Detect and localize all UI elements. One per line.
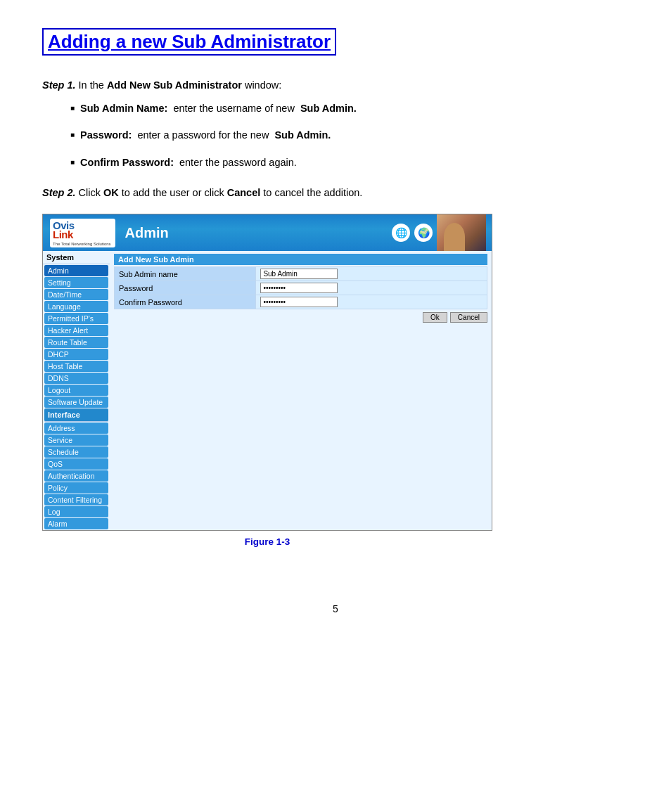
step-2: Step 2. Click OK to add the user or clic… [42, 184, 629, 202]
ok-button[interactable]: Ok [423, 312, 447, 323]
page-title: Adding a new Sub Administrator [42, 28, 336, 56]
logo-link: Link [53, 229, 111, 241]
sidebar-item-setting[interactable]: Setting [44, 277, 108, 288]
sidebar-item-datetime[interactable]: Date/Time [44, 289, 108, 300]
header-right: 🌐 🌍 [392, 214, 492, 251]
bullet-label-3: Confirm Password: [80, 154, 174, 172]
step1-bold: Add New Sub Administrator [107, 79, 242, 91]
sidebar-item-host-table[interactable]: Host Table [44, 361, 108, 372]
figure-caption: Figure 1-3 [42, 536, 492, 547]
sidebar-item-log[interactable]: Log [44, 506, 108, 517]
step1-text2: window: [242, 79, 281, 91]
logo-tagline: The Total Networking Solutions [53, 242, 111, 246]
bullet-sub-admin-name: Sub Admin Name: enter the username of ne… [70, 100, 629, 117]
label-password: Password [115, 281, 256, 295]
sidebar-item-service[interactable]: Service [44, 434, 108, 446]
sidebar-item-schedule[interactable]: Schedule [44, 446, 108, 458]
sidebar-item-language[interactable]: Language [44, 301, 108, 312]
sidebar-item-dhcp[interactable]: DHCP [44, 349, 108, 360]
bullet-label-2: Password: [80, 127, 132, 144]
globe-icon-1: 🌐 [392, 224, 410, 242]
bullet-label-1: Sub Admin Name: [80, 100, 167, 117]
sidebar-item-alarm[interactable]: Alarm [44, 518, 108, 529]
sidebar-item-policy[interactable]: Policy [44, 482, 108, 494]
input-password[interactable] [260, 283, 338, 293]
input-subadminname[interactable] [260, 269, 338, 279]
main-panel: Add New Sub Admin Sub Admin name Passwor… [110, 251, 492, 530]
field-confirm-password[interactable] [256, 295, 487, 309]
sidebar-item-admin[interactable]: Admin [44, 265, 108, 276]
input-confirm-password[interactable] [260, 297, 338, 307]
form-section-title: Add New Sub Admin [114, 254, 487, 265]
admin-body: System Admin Setting Date/Time Language … [43, 251, 492, 530]
sidebar-item-authentication[interactable]: Authentication [44, 470, 108, 482]
label-confirm-password: Confirm Password [115, 295, 256, 309]
sidebar-item-ddns[interactable]: DDNS [44, 373, 108, 384]
field-subadminname[interactable] [256, 267, 487, 281]
admin-header: Ovis Link The Total Networking Solutions… [43, 214, 492, 251]
logo-box: Ovis Link The Total Networking Solutions [50, 219, 115, 247]
step-1: Step 1. In the Add New Sub Administrator… [42, 77, 629, 172]
form-row-password: Password [115, 281, 487, 295]
sidebar-item-software-update[interactable]: Software Update [44, 397, 108, 408]
bullet-password: Password: enter a password for the new S… [70, 127, 629, 144]
header-photo [437, 214, 486, 251]
step1-text: In the [79, 79, 107, 91]
step2-label: Step 2. [42, 187, 76, 198]
sidebar: System Admin Setting Date/Time Language … [43, 251, 110, 530]
sidebar-item-permitted-ips[interactable]: Permitted IP's [44, 313, 108, 324]
figure-wrap: Ovis Link The Total Networking Solutions… [42, 214, 629, 547]
form-row-subadminname: Sub Admin name [115, 267, 487, 281]
form-buttons: Ok Cancel [114, 312, 487, 323]
sidebar-item-hacker-alert[interactable]: Hacker Alert [44, 325, 108, 336]
sidebar-item-qos[interactable]: QoS [44, 458, 108, 470]
form-row-confirm-password: Confirm Password [115, 295, 487, 309]
admin-title: Admin [125, 225, 169, 241]
bullet-confirm-password: Confirm Password: enter the password aga… [70, 154, 629, 172]
label-subadminname: Sub Admin name [115, 267, 256, 281]
sidebar-item-content-filtering[interactable]: Content Filtering [44, 494, 108, 505]
page-number: 5 [42, 603, 629, 614]
admin-logo: Ovis Link The Total Networking Solutions… [50, 219, 169, 247]
globe-icon-2: 🌍 [414, 224, 433, 242]
admin-ui-screenshot: Ovis Link The Total Networking Solutions… [42, 214, 492, 531]
sidebar-system-label: System [43, 251, 110, 264]
cancel-button[interactable]: Cancel [450, 312, 487, 323]
field-password[interactable] [256, 281, 487, 295]
step1-bullets: Sub Admin Name: enter the username of ne… [70, 100, 629, 172]
step1-label: Step 1. [42, 79, 76, 91]
sidebar-item-address[interactable]: Address [44, 423, 108, 434]
sidebar-item-route-table[interactable]: Route Table [44, 337, 108, 348]
form-table: Sub Admin name Password Confirm Password [114, 266, 487, 309]
sidebar-item-logout[interactable]: Logout [44, 385, 108, 396]
sidebar-interface-label[interactable]: Interface [44, 408, 108, 422]
